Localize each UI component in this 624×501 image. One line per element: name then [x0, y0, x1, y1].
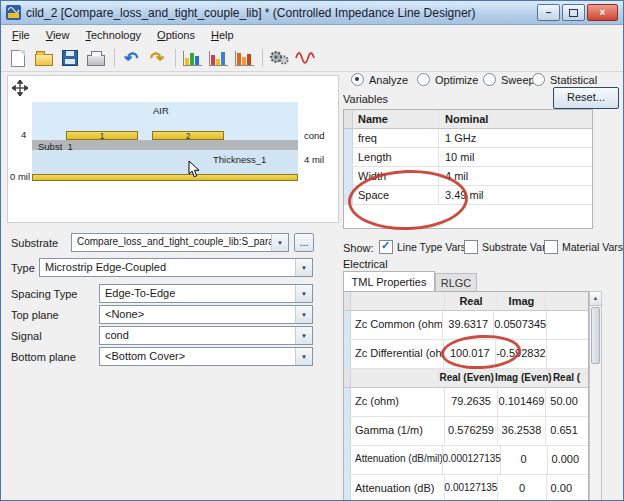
checkbox-material-vars[interactable]: Material Vars — [544, 240, 623, 254]
checkbox-label: Substrate Vars — [482, 241, 551, 253]
undo-icon[interactable]: ↶ — [119, 47, 143, 69]
result-name: Zc (ohm) — [351, 388, 445, 416]
col-header-imag[interactable]: Imag — [498, 292, 547, 310]
chevron-down-icon: ▼ — [295, 327, 312, 344]
col-header-real-even[interactable]: Real (Even) — [439, 369, 494, 387]
result-imag-even: 36.2538 — [498, 417, 547, 445]
table-row-space[interactable]: Space 3.49 mil — [344, 186, 592, 205]
results-header-row: Real Imag — [344, 292, 588, 311]
print-icon[interactable] — [84, 47, 108, 69]
type-label: Type — [11, 262, 35, 274]
col-header-imag-even[interactable]: Imag (Even) — [495, 369, 549, 387]
table-row-attenuation-db: Attenuation (dB) 0.00127135 0 0.00 — [344, 475, 588, 501]
bottom-plane-label: Bottom plane — [11, 351, 76, 363]
trace-1[interactable]: 1 — [66, 131, 138, 140]
tab-tml-properties[interactable]: TML Properties — [343, 271, 435, 291]
menu-file[interactable]: File — [4, 27, 38, 43]
result-imag: -0.592832 — [496, 340, 547, 368]
substrate-browse-button[interactable]: ... — [294, 233, 314, 252]
trace-2[interactable]: 2 — [152, 131, 224, 140]
bar-chart-orange-icon[interactable] — [232, 47, 256, 69]
bottom-plane-region[interactable] — [32, 174, 298, 181]
checkbox-line-type-vars[interactable]: Line Type Vars — [379, 240, 466, 254]
bottom-plane-value: <Bottom Cover> — [100, 348, 295, 365]
var-nominal[interactable]: 10 mil — [439, 148, 592, 166]
var-nominal[interactable]: 1 GHz — [439, 129, 592, 147]
radio-analyze[interactable]: Analyze — [351, 73, 408, 86]
col-header-real[interactable]: Real — [445, 292, 497, 310]
row-header-strip — [344, 186, 353, 204]
chevron-down-icon: ▼ — [295, 348, 312, 365]
close-button[interactable]: × — [587, 4, 618, 21]
table-row-freq[interactable]: freq 1 GHz — [344, 129, 592, 148]
col-header-name[interactable]: Name — [353, 110, 439, 128]
menu-options[interactable]: Options — [149, 27, 203, 43]
table-row-length[interactable]: Length 10 mil — [344, 148, 592, 167]
scrollbar-thumb[interactable] — [591, 307, 600, 364]
row-header-strip — [344, 388, 351, 416]
bottom-height-label: 0 mil — [10, 171, 30, 182]
title-bar[interactable]: cild_2 [Compare_loss_and_tight_couple_li… — [1, 1, 623, 25]
redo-icon[interactable]: ↷ — [145, 47, 169, 69]
maximize-button[interactable] — [562, 4, 585, 21]
radio-statistical[interactable]: Statistical — [532, 73, 597, 86]
results-scrollbar[interactable]: ▲ — [589, 291, 602, 501]
spacing-type-combo[interactable]: Edge-To-Edge ▼ — [99, 284, 313, 303]
substrate-combo[interactable]: Compare_loss_and_tight_couple_lib:S_para… — [71, 233, 289, 252]
bar-chart-green-icon[interactable] — [180, 47, 204, 69]
checkbox-substrate-vars[interactable]: Substrate Vars — [464, 240, 551, 254]
result-imag-even: 0 — [498, 475, 546, 501]
row-header-strip — [344, 340, 351, 368]
scroll-up-icon[interactable]: ▲ — [590, 292, 601, 306]
col-header-nominal[interactable]: Nominal — [439, 110, 592, 128]
row-header-strip — [344, 129, 353, 147]
simulation-gears-icon[interactable] — [267, 47, 291, 69]
cross-section-panel[interactable]: AIR 1 2 Subst_1 Thickness_1 4 0 mil cond… — [7, 75, 339, 223]
substrate-label: Substrate — [11, 237, 58, 249]
checkbox-icon — [464, 240, 478, 254]
chevron-down-icon: ▼ — [271, 234, 288, 251]
top-plane-combo[interactable]: <None> ▼ — [99, 305, 313, 324]
show-label: Show: — [343, 242, 374, 254]
radio-sweep[interactable]: Sweep — [483, 73, 535, 86]
thickness-value-label: 4 mil — [304, 154, 324, 165]
radio-circle-icon — [417, 73, 430, 86]
col-header-real-odd[interactable]: Real ( — [549, 369, 588, 387]
signal-combo[interactable]: cond ▼ — [99, 326, 313, 345]
row-header-strip — [344, 417, 351, 445]
results-subheader-row: Real (Even) Imag (Even) Real ( — [344, 369, 588, 388]
minimize-button[interactable]: – — [537, 4, 560, 21]
chevron-down-icon: ▼ — [295, 285, 312, 302]
type-combo[interactable]: Microstrip Edge-Coupled ▼ — [39, 258, 313, 277]
reset-button[interactable]: Reset... — [553, 87, 619, 109]
radio-analyze-label: Analyze — [369, 74, 408, 86]
result-real-even: 0.00127135 — [445, 475, 499, 501]
result-imag-even: 0.101469 — [498, 388, 547, 416]
air-label: AIR — [153, 105, 169, 116]
new-document-icon[interactable] — [6, 47, 30, 69]
spacing-type-value: Edge-To-Edge — [100, 285, 295, 302]
radio-optimize-label: Optimize — [435, 74, 478, 86]
var-nominal[interactable]: 3.49 mil — [439, 186, 592, 204]
result-real-even: 0.000127135 — [443, 446, 501, 474]
bar-chart-multi-icon[interactable] — [206, 47, 230, 69]
table-row-width[interactable]: Width 4 mil — [344, 167, 592, 186]
top-plane-value: <None> — [100, 306, 295, 323]
waveform-icon[interactable] — [293, 47, 317, 69]
tab-rlgc[interactable]: RLGC — [435, 273, 477, 291]
menu-view[interactable]: View — [38, 27, 78, 43]
bottom-plane-combo[interactable]: <Bottom Cover> ▼ — [99, 347, 313, 366]
row-header-strip — [344, 148, 353, 166]
mouse-cursor — [188, 160, 200, 181]
menu-help[interactable]: Help — [203, 27, 242, 43]
var-name: Length — [353, 148, 439, 166]
electrical-label: Electrical — [343, 258, 388, 270]
menu-technology[interactable]: Technology — [77, 27, 149, 43]
result-real-odd: 0.651 — [546, 417, 588, 445]
layer-number-label: 4 — [21, 129, 26, 140]
var-nominal[interactable]: 4 mil — [439, 167, 592, 185]
radio-optimize[interactable]: Optimize — [417, 73, 478, 86]
open-folder-icon[interactable] — [32, 47, 56, 69]
row-header-strip — [344, 446, 351, 474]
save-icon[interactable] — [58, 47, 82, 69]
